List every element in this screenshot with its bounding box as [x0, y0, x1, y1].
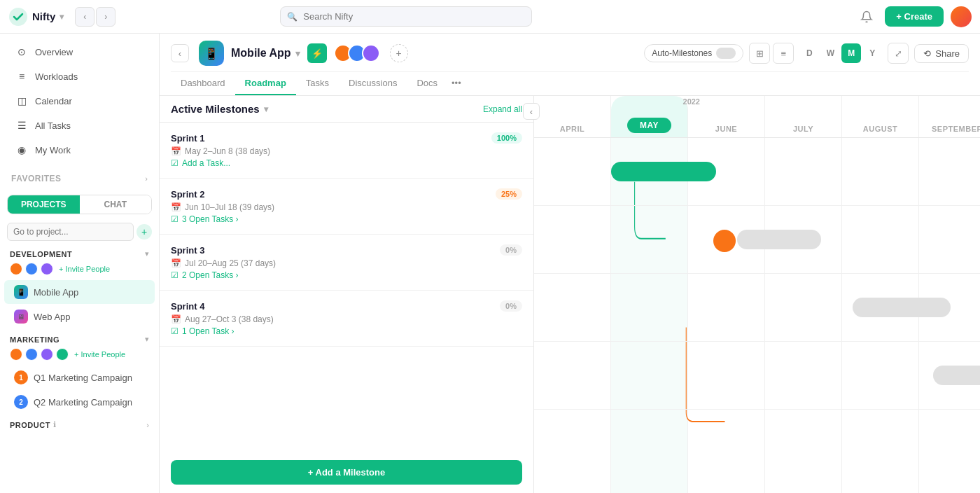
chat-tab[interactable]: CHAT	[80, 195, 152, 214]
marketing-group: MARKETING ▾ + Invite People 1 Q1 Marketi…	[0, 329, 159, 415]
project-tabs: Dashboard Roadmap Tasks Discussions Docs…	[171, 71, 969, 95]
my-work-icon: ◉	[15, 144, 28, 156]
add-project-button[interactable]: +	[136, 224, 152, 239]
milestone-sprint2: Sprint 2 25% 📅 Jun 10–Jul 18 (39 days) ☑…	[160, 179, 533, 235]
add-member-button[interactable]: +	[390, 44, 408, 62]
milestone-sprint4: Sprint 4 0% 📅 Aug 27–Oct 3 (38 days) ☑ 1…	[160, 291, 533, 347]
project-item-web-app[interactable]: 🖥 Web App	[4, 305, 155, 328]
member-avatar-3	[362, 44, 380, 62]
marketing-avatars-row: + Invite People	[0, 347, 159, 365]
timeframe-week[interactable]: W	[820, 43, 840, 63]
project-header: ‹ 📱 Mobile App ▾ ⚡ + Auto-Milestones	[160, 34, 980, 96]
month-may: MAY	[611, 96, 688, 137]
timeframe-year[interactable]: Y	[862, 43, 882, 63]
sidebar-item-workloads[interactable]: ≡ Workloads	[4, 64, 155, 88]
marketing-group-header[interactable]: MARKETING ▾	[0, 329, 159, 347]
tab-roadmap[interactable]: Roadmap	[235, 72, 296, 95]
sprint3-bar[interactable]	[853, 298, 951, 317]
gantt-area: 2022 APRIL MAY JUNE JUL	[534, 96, 980, 493]
timeframe-day[interactable]: D	[799, 43, 819, 63]
mobile-app-icon: 📱	[14, 285, 28, 299]
notifications-button[interactable]	[855, 6, 878, 28]
project-title-row: ‹ 📱 Mobile App ▾ ⚡ + Auto-Milestones	[171, 34, 969, 71]
nav-arrows: ‹ ›	[75, 7, 115, 27]
project-item-q2-marketing[interactable]: 2 Q2 Marketing Campaign	[4, 390, 155, 414]
project-item-mobile-app[interactable]: 📱 Mobile App	[4, 280, 155, 304]
sidebar-item-calendar[interactable]: ◫ Calendar	[4, 89, 155, 113]
sidebar-item-overview[interactable]: ⊙ Overview	[4, 40, 155, 64]
content-area: ‹ 📱 Mobile App ▾ ⚡ + Auto-Milestones	[160, 34, 980, 493]
back-arrow[interactable]: ‹	[75, 7, 94, 27]
sprint3-progress-badge: 0%	[500, 244, 522, 256]
milestone-list: Sprint 1 100% 📅 May 2–Jun 8 (38 days) ☑ …	[160, 123, 533, 452]
tab-docs[interactable]: Docs	[407, 72, 447, 95]
gantt-row-sprint4	[534, 342, 980, 410]
project-icon: 📱	[199, 41, 224, 66]
month-july: JULY	[765, 96, 842, 137]
project-name[interactable]: Mobile App ▾	[231, 47, 300, 60]
app-logo[interactable]: Nifty ▾	[8, 7, 64, 27]
sprint1-add-task[interactable]: ☑ Add a Task...	[171, 158, 522, 168]
sidebar-item-all-tasks[interactable]: ☰ All Tasks	[4, 113, 155, 137]
list-view-button[interactable]: ≡	[773, 43, 794, 64]
month-august: AUGUST	[842, 96, 919, 137]
sprint4-bar[interactable]	[933, 366, 980, 385]
sprint3-tasks[interactable]: ☑ 2 Open Tasks ›	[171, 270, 522, 280]
sprint4-tasks[interactable]: ☑ 1 Open Task ›	[171, 326, 522, 336]
dev-avatar-2	[25, 263, 38, 275]
q2-marketing-icon: 2	[14, 395, 28, 409]
sprint1-date: 📅 May 2–Jun 8 (38 days)	[171, 146, 522, 156]
view-toggle-buttons: ⊞ ≡	[749, 43, 794, 64]
fullscreen-button[interactable]: ⤢	[888, 43, 909, 64]
sidebar-nav: ⊙ Overview ≡ Workloads ◫ Calendar ☰ All …	[0, 34, 159, 168]
expand-all-button[interactable]: Expand all	[483, 104, 522, 114]
product-group-header[interactable]: PRODUCT ℹ ›	[0, 415, 159, 432]
development-avatars-row: + Invite People	[0, 261, 159, 279]
svg-point-0	[9, 8, 27, 26]
sprint1-bar[interactable]	[611, 162, 716, 181]
search-input[interactable]	[280, 6, 532, 27]
user-avatar[interactable]	[951, 6, 972, 27]
auto-milestones-toggle[interactable]: Auto-Milestones	[644, 44, 743, 62]
project-search-input[interactable]	[7, 223, 134, 241]
gantt-row-sprint2	[534, 206, 980, 274]
forward-arrow[interactable]: ›	[96, 7, 115, 27]
sprint3-date: 📅 Jul 20–Aug 25 (37 days)	[171, 258, 522, 268]
project-header-actions: Auto-Milestones ⊞ ≡ D W M Y ⤢	[644, 43, 969, 64]
tab-dashboard[interactable]: Dashboard	[171, 72, 235, 95]
dev-avatar-3	[41, 263, 53, 275]
month-april: APRIL	[534, 96, 611, 137]
month-september: SEPTEMBER	[919, 96, 980, 137]
calendar-icon: ◫	[15, 95, 28, 107]
more-tabs-button[interactable]: •••	[447, 72, 465, 95]
milestone-sprint3: Sprint 3 0% 📅 Jul 20–Aug 25 (37 days) ☑ …	[160, 235, 533, 291]
tab-tasks[interactable]: Tasks	[296, 72, 339, 95]
project-item-q1-marketing[interactable]: 1 Q1 Marketing Campaign	[4, 366, 155, 389]
create-button[interactable]: + Create	[885, 6, 944, 27]
lightning-icon[interactable]: ⚡	[307, 43, 327, 63]
share-button[interactable]: ⟲ Share	[914, 44, 969, 63]
projects-tab[interactable]: PROJECTS	[8, 195, 80, 214]
main-layout: ⊙ Overview ≡ Workloads ◫ Calendar ☰ All …	[0, 34, 980, 493]
sprint4-date: 📅 Aug 27–Oct 3 (38 days)	[171, 314, 522, 324]
timeframe-month[interactable]: M	[841, 43, 861, 63]
tab-discussions[interactable]: Discussions	[339, 72, 407, 95]
timeframe-buttons: D W M Y	[799, 43, 882, 63]
overview-icon: ⊙	[15, 46, 28, 58]
search-icon: 🔍	[287, 12, 298, 22]
mkt-avatar-3	[41, 348, 53, 361]
add-milestone-button[interactable]: + Add a Milestone	[171, 460, 522, 485]
development-group-header[interactable]: DEVELOPMENT ▾	[0, 244, 159, 261]
collapse-sidebar-button[interactable]: ‹	[171, 44, 189, 62]
favorites-section[interactable]: FAVORITES ›	[0, 168, 159, 189]
collapse-panel-button[interactable]: ‹	[523, 103, 540, 120]
sprint2-date: 📅 Jun 10–Jul 18 (39 days)	[171, 202, 522, 212]
sprint2-bar[interactable]	[713, 230, 736, 252]
gantt-row-sprint3	[534, 274, 980, 342]
sprint2-tasks[interactable]: ☑ 3 Open Tasks ›	[171, 214, 522, 224]
milestone-sprint1: Sprint 1 100% 📅 May 2–Jun 8 (38 days) ☑ …	[160, 123, 533, 179]
sprint2-bar-gray[interactable]	[737, 230, 821, 249]
grid-view-button[interactable]: ⊞	[749, 43, 770, 64]
auto-milestones-switch[interactable]	[716, 48, 736, 59]
sidebar-item-my-work[interactable]: ◉ My Work	[4, 138, 155, 162]
